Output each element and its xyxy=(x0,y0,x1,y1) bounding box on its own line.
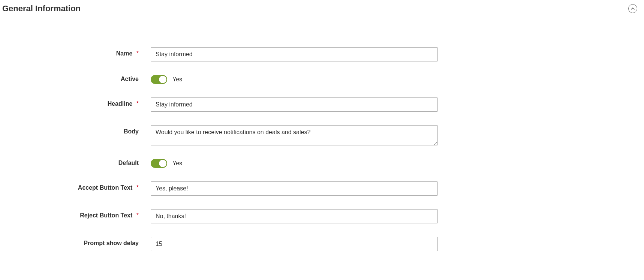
label-active: Active xyxy=(0,75,151,82)
section-title: General Information xyxy=(0,4,81,13)
label-accept-button-text: Accept Button Text * xyxy=(0,181,151,191)
required-mark: * xyxy=(136,50,139,57)
label-text: Prompt show delay xyxy=(84,240,139,246)
label-default: Default xyxy=(0,159,151,166)
label-text: Name xyxy=(116,50,133,57)
section-header[interactable]: General Information xyxy=(0,0,644,17)
default-toggle[interactable] xyxy=(151,159,167,168)
row-headline: Headline * xyxy=(0,97,644,112)
prompt-show-delay-input[interactable] xyxy=(151,237,438,251)
default-toggle-label: Yes xyxy=(172,160,182,167)
label-text: Accept Button Text xyxy=(78,184,132,191)
required-mark: * xyxy=(136,212,139,219)
row-accept-button-text: Accept Button Text * xyxy=(0,181,644,196)
headline-input[interactable] xyxy=(151,97,438,112)
label-text: Headline xyxy=(108,100,133,107)
label-headline: Headline * xyxy=(0,97,151,107)
row-body: Body xyxy=(0,125,644,145)
accept-button-text-input[interactable] xyxy=(151,181,438,196)
required-mark: * xyxy=(136,184,139,191)
required-mark: * xyxy=(136,100,139,107)
chevron-up-icon xyxy=(631,7,635,10)
row-prompt-show-delay: Prompt show delay xyxy=(0,237,644,251)
body-textarea[interactable] xyxy=(151,125,438,145)
label-body: Body xyxy=(0,125,151,135)
label-reject-button-text: Reject Button Text * xyxy=(0,209,151,219)
reject-button-text-input[interactable] xyxy=(151,209,438,223)
label-prompt-show-delay: Prompt show delay xyxy=(0,237,151,247)
row-default: Default Yes xyxy=(0,159,644,168)
active-toggle[interactable] xyxy=(151,75,167,84)
name-input[interactable] xyxy=(151,47,438,61)
label-text: Body xyxy=(124,128,139,135)
row-name: Name * xyxy=(0,47,644,61)
label-text: Default xyxy=(118,160,139,166)
label-text: Active xyxy=(121,76,139,82)
row-active: Active Yes xyxy=(0,75,644,84)
form-area: Name * Active Yes Headline * Body xyxy=(0,17,644,251)
collapse-toggle-button[interactable] xyxy=(628,4,637,13)
active-toggle-label: Yes xyxy=(172,76,182,83)
label-text: Reject Button Text xyxy=(80,212,132,219)
toggle-knob xyxy=(159,76,166,83)
row-reject-button-text: Reject Button Text * xyxy=(0,209,644,223)
label-name: Name * xyxy=(0,47,151,57)
toggle-knob xyxy=(159,160,166,167)
